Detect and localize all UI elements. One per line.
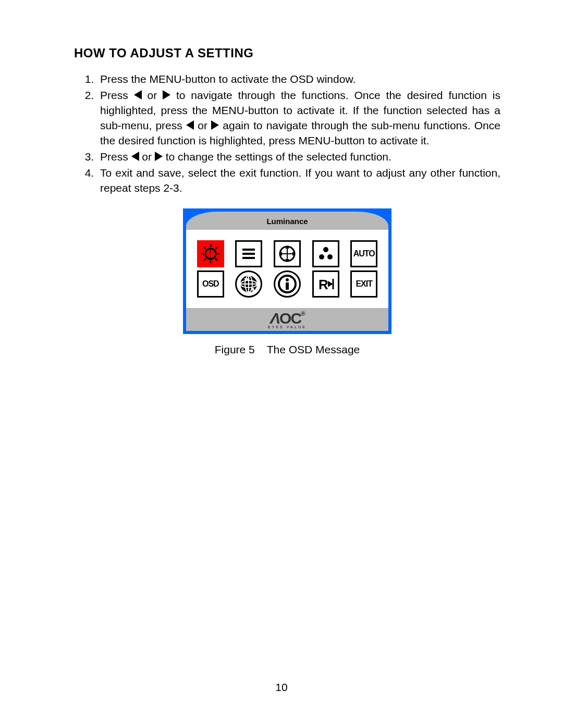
luminance-icon: [197, 240, 224, 267]
reset-icon: R: [312, 270, 339, 298]
language-icon: [235, 270, 262, 298]
svg-point-19: [323, 247, 328, 252]
left-arrow-icon: [186, 120, 194, 130]
svg-point-21: [327, 254, 333, 260]
right-arrow-icon: [211, 120, 219, 130]
left-arrow-icon: [134, 90, 142, 100]
information-icon: [274, 270, 301, 298]
section-heading: HOW TO ADJUST A SETTING: [74, 46, 500, 60]
step-2: Press or to navigate through the functio…: [97, 88, 500, 149]
svg-line-5: [204, 247, 206, 249]
position-icon: [274, 240, 301, 267]
svg-point-28: [286, 278, 289, 281]
svg-line-7: [204, 258, 206, 261]
svg-point-20: [319, 254, 324, 260]
figure-caption: Figure 5 The OSD Message: [74, 343, 500, 356]
step-4: To exit and save, select the exit functi…: [97, 166, 500, 196]
instruction-list: Press the MENU-button to activate the OS…: [74, 72, 500, 196]
osd-brand-footer: ΛAOCOC® EYES VALUE: [186, 308, 388, 331]
right-arrow-icon: [155, 152, 163, 161]
svg-line-8: [215, 247, 217, 249]
color-temp-icon: [312, 240, 339, 267]
osd-icon-grid: AUTO OSD R EXIT: [186, 230, 388, 308]
osd-title: Luminance: [186, 212, 388, 230]
page-number: 10: [0, 681, 563, 694]
svg-text:R: R: [319, 277, 328, 292]
step-3: Press or to change the settings of the s…: [97, 150, 500, 165]
osd-window: Luminance AUTO: [183, 208, 391, 334]
right-arrow-icon: [163, 90, 170, 100]
brand-tagline: EYES VALUE: [186, 325, 388, 329]
svg-line-6: [215, 258, 217, 261]
step-1: Press the MENU-button to activate the OS…: [97, 72, 500, 87]
exit-icon: EXIT: [350, 270, 377, 298]
osd-setup-icon: OSD: [197, 270, 224, 298]
auto-icon: AUTO: [350, 240, 377, 267]
image-setup-icon: [235, 240, 262, 267]
left-arrow-icon: [131, 152, 139, 161]
svg-rect-29: [286, 282, 289, 290]
brand-logo: ΛAOCOC®: [186, 311, 388, 325]
